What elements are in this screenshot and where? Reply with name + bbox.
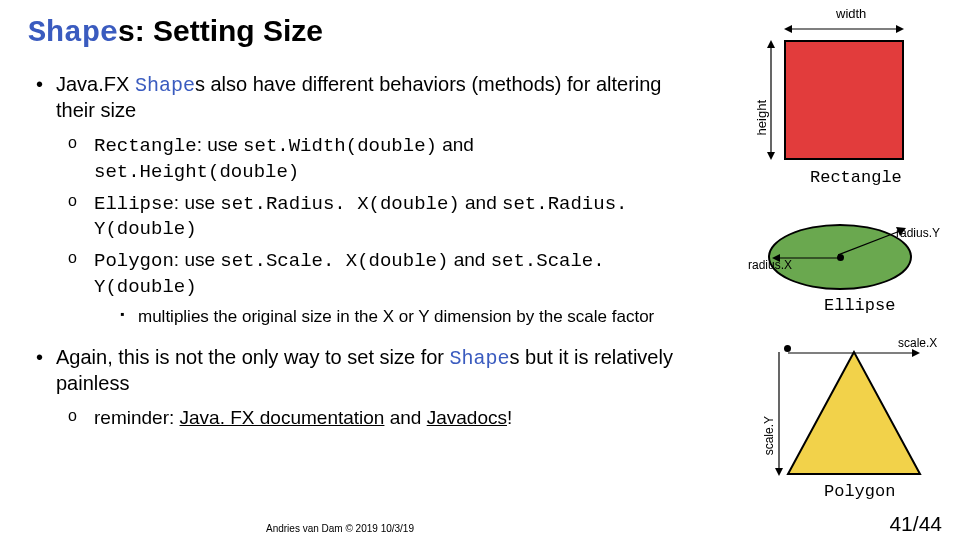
bullet-sub-polygon: Polygon: use set.Scale. X(double) and se… xyxy=(68,248,678,300)
keyword-shape: Shape xyxy=(450,347,510,370)
text: and xyxy=(384,407,426,428)
title-suffix: s: Setting Size xyxy=(118,14,323,47)
bullet-subsub-scale: multiplies the original size in the X or… xyxy=(120,306,678,327)
method: set.Scale. X(double) xyxy=(220,250,448,272)
svg-marker-2 xyxy=(896,25,904,33)
triangle-shape xyxy=(784,348,924,478)
bullet-main-1: Java.FX Shapes also have different behav… xyxy=(36,72,678,123)
rectangle-shape xyxy=(784,40,904,160)
scaley-arrow-icon xyxy=(774,352,784,476)
keyword-shape: Shape xyxy=(135,74,195,97)
method: set.Width(double) xyxy=(243,135,437,157)
slide-title: Shapes: Setting Size xyxy=(28,14,323,50)
svg-marker-11 xyxy=(775,468,783,476)
text: and xyxy=(437,134,474,155)
height-arrow-icon xyxy=(766,40,776,160)
radiusx-label: radius.X xyxy=(748,258,792,272)
method: set.Radius. X(double) xyxy=(220,193,459,215)
text: Again, this is not the only way to set s… xyxy=(56,346,450,368)
text: Java.FX xyxy=(56,73,135,95)
text: : use xyxy=(174,249,220,270)
title-keyword: Shape xyxy=(28,16,118,50)
keyword-ellipse: Ellipse xyxy=(94,193,174,215)
svg-marker-14 xyxy=(788,352,920,474)
footer-text: Andries van Dam © 2019 10/3/19 xyxy=(0,523,680,534)
text: : use xyxy=(197,134,243,155)
polygon-caption: Polygon xyxy=(824,482,895,501)
keyword-polygon: Polygon xyxy=(94,250,174,272)
ellipse-caption: Ellipse xyxy=(824,296,895,315)
keyword-rectangle: Rectangle xyxy=(94,135,197,157)
text: and xyxy=(448,249,490,270)
link-javadocs[interactable]: Javadocs xyxy=(427,407,507,428)
diagrams-column: width height Rectangle radius.X radius.Y… xyxy=(700,0,960,540)
bullet-sub-reminder: reminder: Java. FX documentation and Jav… xyxy=(68,406,678,430)
svg-marker-5 xyxy=(767,152,775,160)
page-number: 41/44 xyxy=(889,512,942,536)
content-area: Java.FX Shapes also have different behav… xyxy=(28,72,678,436)
bullet-main-2: Again, this is not the only way to set s… xyxy=(36,345,678,396)
text: : use xyxy=(174,192,220,213)
svg-marker-4 xyxy=(767,40,775,48)
width-arrow-icon xyxy=(784,24,904,34)
bullet-sub-ellipse: Ellipse: use set.Radius. X(double) and s… xyxy=(68,191,678,243)
text: multiplies the original size in the X or… xyxy=(138,307,654,326)
text: and xyxy=(460,192,502,213)
width-label: width xyxy=(836,6,866,21)
svg-marker-1 xyxy=(784,25,792,33)
svg-line-8 xyxy=(838,231,900,255)
text: ! xyxy=(507,407,512,428)
rectangle-caption: Rectangle xyxy=(810,168,902,187)
bullet-sub-rectangle: Rectangle: use set.Width(double) and set… xyxy=(68,133,678,185)
link-javafx-doc[interactable]: Java. FX documentation xyxy=(180,407,385,428)
method: set.Height(double) xyxy=(94,161,299,183)
radiusy-label: radius.Y xyxy=(896,226,940,240)
ellipse-center-dot-icon xyxy=(837,254,844,261)
text: reminder: xyxy=(94,407,180,428)
